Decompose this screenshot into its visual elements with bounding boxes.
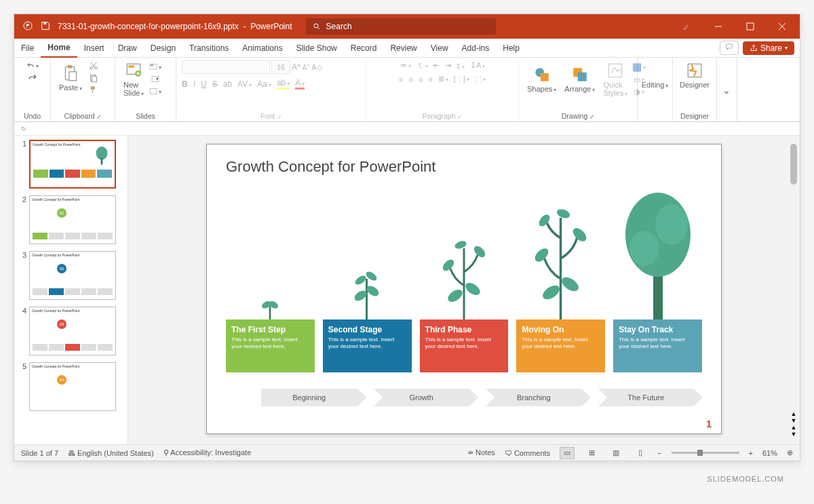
- thumbnail-1[interactable]: 1 Growth Concept for PowerPoint: [17, 140, 125, 189]
- quick-styles-button[interactable]: Quick Styles: [600, 60, 630, 98]
- layout-button[interactable]: [149, 62, 161, 73]
- slide-canvas[interactable]: Growth Concept for PowerPoint The First …: [206, 144, 722, 434]
- thumbnail-5[interactable]: 5 Growth Concept for PowerPoint 04: [17, 362, 125, 411]
- normal-view-button[interactable]: ▭: [560, 447, 575, 459]
- zoom-in-button[interactable]: +: [749, 449, 753, 457]
- line-spacing-button[interactable]: ‡: [457, 62, 465, 70]
- copy-button[interactable]: [88, 73, 100, 83]
- undo-button[interactable]: [26, 60, 39, 71]
- thumbnail-3[interactable]: 3 Growth Concept for PowerPoint 02: [17, 251, 125, 300]
- increase-font-icon[interactable]: A^: [292, 62, 301, 72]
- thumbnail-4[interactable]: 4 Growth Concept for PowerPoint 03: [17, 307, 125, 355]
- language-status[interactable]: 🖷 English (United States): [68, 449, 154, 457]
- tab-slideshow[interactable]: Slide Show: [290, 39, 344, 57]
- tab-design[interactable]: Design: [144, 39, 182, 57]
- numbering-button[interactable]: ⒈: [416, 60, 428, 71]
- stage-3[interactable]: Third Phase This is a sample text. Inser…: [420, 319, 509, 372]
- fit-button[interactable]: ⊕: [787, 448, 793, 457]
- align-right-button[interactable]: ≡: [419, 75, 423, 83]
- zoom-slider[interactable]: [672, 452, 739, 454]
- font-family-input[interactable]: [182, 60, 270, 74]
- shadow-button[interactable]: ab: [223, 79, 232, 89]
- collapse-ribbon-button[interactable]: ⌄: [722, 85, 731, 96]
- zoom-out-button[interactable]: −: [657, 449, 661, 457]
- clear-format-icon[interactable]: A◇: [311, 63, 322, 72]
- designer-button[interactable]: Designer: [678, 60, 711, 90]
- align-center-button[interactable]: ≡: [409, 75, 413, 83]
- reset-button[interactable]: [149, 74, 161, 85]
- tab-addins[interactable]: Add-ins: [455, 39, 497, 57]
- shape-effects-button[interactable]: ◑: [633, 86, 645, 97]
- tab-transitions[interactable]: Transitions: [182, 39, 235, 57]
- spacing-button[interactable]: AV: [237, 79, 252, 89]
- tab-record[interactable]: Record: [344, 39, 384, 57]
- reading-view-button[interactable]: ▥: [608, 447, 623, 459]
- case-button[interactable]: Aa: [257, 79, 271, 89]
- shape-fill-button[interactable]: 🟦: [633, 62, 645, 73]
- tab-insert[interactable]: Insert: [77, 39, 111, 57]
- arrow-4[interactable]: The Future: [598, 389, 695, 406]
- comments-button[interactable]: 🗨 Comments: [505, 449, 550, 457]
- align-left-button[interactable]: ≡: [399, 75, 403, 83]
- notes-button[interactable]: ≐ Notes: [467, 448, 495, 457]
- comments-toggle[interactable]: [720, 41, 739, 55]
- tab-home[interactable]: Home: [41, 39, 77, 58]
- editing-button[interactable]: Editing: [643, 60, 667, 90]
- strike-button[interactable]: S: [212, 79, 218, 89]
- minimize-button[interactable]: [703, 14, 733, 39]
- arrow-2[interactable]: Growth: [374, 389, 470, 406]
- maximize-button[interactable]: [735, 14, 765, 39]
- arrow-3[interactable]: Branching: [486, 389, 582, 406]
- stage-4[interactable]: Moving On This is a sample text. Insert …: [516, 319, 605, 372]
- paste-button[interactable]: Paste: [56, 63, 85, 93]
- stage-1[interactable]: The First Step This is a sample text. In…: [226, 319, 315, 372]
- slideshow-view-button[interactable]: ▯: [633, 447, 648, 459]
- indent-dec-button[interactable]: ⇤: [433, 61, 440, 70]
- slide-title[interactable]: Growth Concept for PowerPoint: [226, 158, 702, 176]
- new-slide-button[interactable]: New Slide: [121, 60, 147, 98]
- shapes-button[interactable]: Shapes: [524, 64, 559, 94]
- italic-button[interactable]: I: [193, 79, 195, 89]
- shape-outline-button[interactable]: ▭: [633, 74, 645, 85]
- close-button[interactable]: [767, 14, 797, 39]
- font-size-input[interactable]: 16: [271, 60, 290, 74]
- tab-draw[interactable]: Draw: [111, 39, 144, 57]
- tab-view[interactable]: View: [424, 39, 455, 57]
- arrange-button[interactable]: Arrange: [562, 64, 598, 94]
- vertical-scrollbar[interactable]: ▲ ▼ ▲ ▼: [789, 142, 798, 438]
- zoom-level[interactable]: 61%: [762, 449, 777, 457]
- cut-button[interactable]: [88, 60, 100, 71]
- redo-button[interactable]: [26, 73, 39, 83]
- status-bar: Slide 1 of 7 🖷 English (United States) ⚲…: [14, 444, 800, 461]
- arrow-1[interactable]: Beginning: [261, 389, 357, 406]
- sorter-view-button[interactable]: ⊞: [584, 447, 599, 459]
- ink-icon[interactable]: [671, 14, 701, 39]
- columns-button[interactable]: ≣: [438, 75, 448, 83]
- justify-button[interactable]: ≡: [428, 75, 432, 83]
- stage-2[interactable]: Second Stage This is a sample text. Inse…: [323, 319, 412, 372]
- stage-5[interactable]: Stay On Track This is a sample text. Ins…: [613, 319, 702, 372]
- text-direction-button[interactable]: ↧A: [470, 61, 485, 70]
- indent-inc-button[interactable]: ⇥: [445, 61, 451, 70]
- bullets-button[interactable]: ≔: [400, 61, 411, 70]
- search-input[interactable]: Search: [306, 18, 496, 35]
- save-icon[interactable]: [40, 20, 51, 33]
- smartart-button[interactable]: ⬚: [475, 75, 486, 83]
- share-button[interactable]: Share ▾: [743, 41, 794, 55]
- thumbnail-2[interactable]: 2 Growth Concept for PowerPoint 01: [17, 195, 125, 244]
- tab-help[interactable]: Help: [496, 39, 526, 57]
- slide-thumbnails[interactable]: 1 Growth Concept for PowerPoint 2: [14, 136, 128, 444]
- tab-animations[interactable]: Animations: [235, 39, 289, 57]
- font-color-button[interactable]: A: [295, 78, 305, 90]
- titlebar: 7331-01-growth-concept-for-powerpoint-16…: [14, 14, 800, 39]
- tab-review[interactable]: Review: [383, 39, 423, 57]
- accessibility-status[interactable]: ⚲ Accessibility: Investigate: [163, 448, 252, 457]
- align-text-button[interactable]: [⋮]: [454, 75, 469, 83]
- tab-file[interactable]: File: [14, 39, 41, 57]
- format-painter-button[interactable]: [88, 85, 100, 96]
- section-button[interactable]: [149, 86, 161, 97]
- underline-button[interactable]: U: [201, 79, 207, 89]
- highlight-button[interactable]: ab: [277, 78, 290, 90]
- bold-button[interactable]: B: [182, 79, 188, 89]
- decrease-font-icon[interactable]: A˅: [303, 64, 311, 71]
